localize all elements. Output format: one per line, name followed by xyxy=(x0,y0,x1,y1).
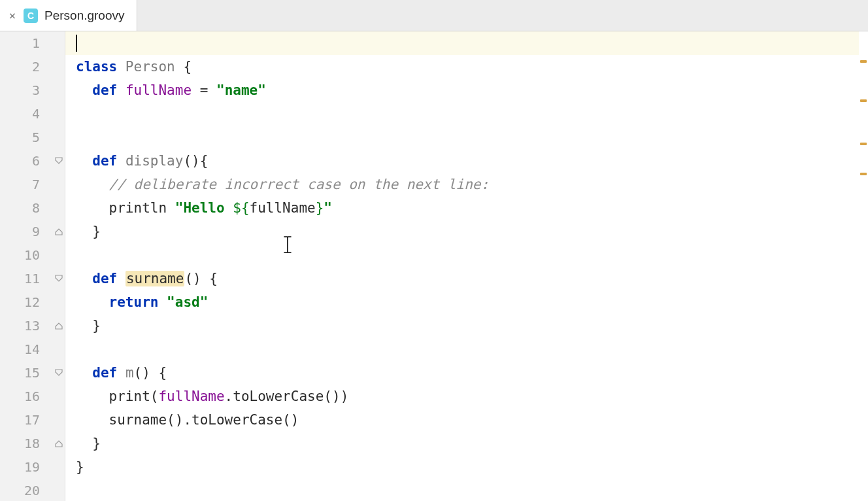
tab-filename: Person.groovy xyxy=(44,9,125,23)
code-line[interactable] xyxy=(65,31,868,55)
code-line[interactable] xyxy=(65,126,868,149)
code-line[interactable]: def display(){ xyxy=(65,149,868,173)
code-line[interactable] xyxy=(65,337,868,361)
text-caret xyxy=(76,35,77,52)
code-line[interactable]: print(fullName.toLowerCase()) xyxy=(65,385,868,408)
code-line[interactable] xyxy=(65,102,868,126)
line-number[interactable]: 15 xyxy=(0,361,65,385)
code-line[interactable]: println "Hello ${fullName}" xyxy=(65,196,868,220)
code-line[interactable] xyxy=(65,479,868,501)
editor-tab[interactable]: × C Person.groovy xyxy=(0,0,137,31)
error-stripe[interactable] xyxy=(859,31,868,501)
line-number[interactable]: 18 xyxy=(0,432,65,455)
line-number[interactable]: 17 xyxy=(0,408,65,432)
fold-collapse-icon[interactable] xyxy=(54,156,63,165)
line-number[interactable]: 19 xyxy=(0,455,65,479)
code-editor[interactable]: class Person { def fullName = "name" def… xyxy=(65,31,868,501)
line-number[interactable]: 12 xyxy=(0,290,65,314)
code-line[interactable]: // deliberate incorrect case on the next… xyxy=(65,173,868,196)
fold-collapse-icon[interactable] xyxy=(54,368,63,377)
code-line[interactable] xyxy=(65,243,868,267)
code-line[interactable]: } xyxy=(65,220,868,243)
code-line[interactable]: return "asd" xyxy=(65,290,868,314)
class-file-icon: C xyxy=(24,9,38,23)
fold-collapse-icon[interactable] xyxy=(54,274,63,283)
code-line[interactable]: class Person { xyxy=(65,55,868,78)
line-number[interactable]: 16 xyxy=(0,385,65,408)
line-number[interactable]: 9 xyxy=(0,220,65,243)
tab-bar: × C Person.groovy xyxy=(0,0,868,31)
line-number[interactable]: 1 xyxy=(0,31,65,55)
code-line[interactable]: } xyxy=(65,432,868,455)
code-line[interactable]: } xyxy=(65,455,868,479)
code-line[interactable]: def m() { xyxy=(65,361,868,385)
line-number[interactable]: 5 xyxy=(0,126,65,149)
line-number[interactable]: 8 xyxy=(0,196,65,220)
fold-end-icon[interactable] xyxy=(54,321,63,330)
line-number[interactable]: 10 xyxy=(0,243,65,267)
line-number[interactable]: 11 xyxy=(0,267,65,290)
warning-marker[interactable] xyxy=(860,60,867,63)
code-line[interactable]: } xyxy=(65,314,868,337)
line-number[interactable]: 6 xyxy=(0,149,65,173)
line-number[interactable]: 13 xyxy=(0,314,65,337)
code-line[interactable]: surname().toLowerCase() xyxy=(65,408,868,432)
line-number[interactable]: 20 xyxy=(0,479,65,501)
highlighted-identifier: surname xyxy=(125,271,185,286)
warning-marker[interactable] xyxy=(860,99,867,102)
fold-end-icon[interactable] xyxy=(54,439,63,448)
code-line[interactable]: def fullName = "name" xyxy=(65,78,868,102)
line-number[interactable]: 2 xyxy=(0,55,65,78)
warning-marker[interactable] xyxy=(860,173,867,175)
line-number[interactable]: 3 xyxy=(0,78,65,102)
fold-end-icon[interactable] xyxy=(54,227,63,236)
code-line[interactable]: def surname() { xyxy=(65,267,868,290)
line-number[interactable]: 4 xyxy=(0,102,65,126)
warning-marker[interactable] xyxy=(860,143,867,145)
gutter: 1 2 3 4 5 6 7 8 9 10 11 12 13 14 xyxy=(0,31,65,501)
editor-area: 1 2 3 4 5 6 7 8 9 10 11 12 13 14 xyxy=(0,31,868,501)
line-number[interactable]: 14 xyxy=(0,337,65,361)
close-icon[interactable]: × xyxy=(8,11,17,20)
line-number[interactable]: 7 xyxy=(0,173,65,196)
